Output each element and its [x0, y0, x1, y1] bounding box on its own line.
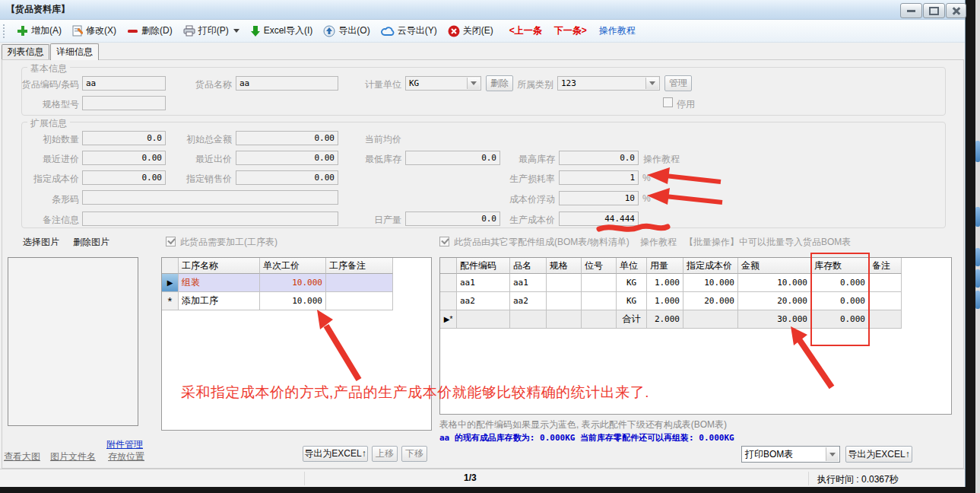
- tab-list-info[interactable]: 列表信息: [2, 44, 49, 59]
- col-stock[interactable]: 库存数: [811, 258, 869, 274]
- move-down-button[interactable]: 下移: [401, 446, 427, 462]
- col-cost[interactable]: 指定成本价: [683, 258, 738, 274]
- toolbar: 增加(A) 修改(X) 删除(D) 打印(P) Excel导入(I) 导: [0, 20, 965, 43]
- cost-float-label: 成本价浮动: [496, 193, 555, 206]
- remark-field[interactable]: [82, 212, 338, 226]
- name-field[interactable]: aa: [236, 76, 338, 91]
- min-stock-field[interactable]: 0.0: [405, 151, 500, 165]
- row-selector: [440, 274, 457, 292]
- col-unit-price[interactable]: 单次工价: [260, 258, 326, 274]
- cost-float-unit: %: [642, 193, 651, 204]
- cost-float-field[interactable]: 10: [559, 191, 639, 205]
- edit-icon: [72, 25, 83, 37]
- max-stock-label: 最高库存: [496, 153, 555, 166]
- init-amount-field[interactable]: 0.00: [236, 131, 338, 145]
- batch-hint: 【批量操作】中可以批量导入货品BOM表: [684, 236, 851, 249]
- bom-total-row[interactable]: ▶* 合计 2.000 30.000 0.000: [440, 310, 951, 329]
- process-export-excel-button[interactable]: 导出为EXCEL↑: [303, 446, 368, 462]
- max-stock-field[interactable]: 0.0: [559, 151, 639, 165]
- modify-button[interactable]: 修改(X): [67, 22, 122, 40]
- unit-dropdown[interactable]: KG: [405, 76, 481, 91]
- disable-checkbox[interactable]: [663, 97, 673, 107]
- file-name-link[interactable]: 图片文件名: [50, 450, 96, 463]
- cloud-export-button[interactable]: 云导出(Y): [376, 22, 442, 40]
- delete-button[interactable]: 删除(D): [122, 22, 178, 40]
- remark-label: 备注信息: [12, 214, 79, 227]
- init-qty-label: 初始数量: [12, 133, 79, 146]
- col-part-name[interactable]: 品名: [510, 258, 547, 274]
- code-field[interactable]: aa: [82, 76, 166, 91]
- col-position[interactable]: 位号: [582, 258, 617, 274]
- disable-label: 停用: [677, 98, 695, 111]
- print-bom-dropdown[interactable]: 打印BOM表: [741, 446, 840, 463]
- bom-export-excel-button[interactable]: 导出为EXCEL↑: [845, 446, 912, 463]
- table-row[interactable]: aa1 aa1 KG 1.000 10.000 10.000 0.000: [440, 274, 951, 292]
- daily-output-field[interactable]: 0.0: [405, 212, 500, 226]
- bom-tutorial-link[interactable]: 操作教程: [640, 236, 677, 249]
- col-unit[interactable]: 单位: [617, 258, 647, 274]
- excel-import-button[interactable]: Excel导入(I): [245, 22, 319, 40]
- close-window-button[interactable]: [946, 3, 966, 18]
- extended-info-legend: 扩展信息: [27, 117, 70, 130]
- select-picture-link[interactable]: 选择图片: [23, 236, 59, 249]
- row-selector: [440, 292, 457, 310]
- next-record-link[interactable]: 下一条>: [548, 24, 593, 37]
- prod-cost-field[interactable]: 44.444: [559, 212, 639, 226]
- col-process-name[interactable]: 工序名称: [179, 258, 260, 274]
- chevron-down-icon[interactable]: [645, 78, 658, 89]
- recent-out-label: 最近出价: [171, 153, 232, 166]
- move-up-button[interactable]: 上移: [372, 446, 398, 462]
- need-process-checkbox[interactable]: [166, 237, 176, 247]
- table-row[interactable]: ▶ 组装 10.000: [162, 274, 431, 292]
- app-window: 【货品资料库】 增加(A) 修改(X) 删除(D) 打印(P): [0, 0, 966, 487]
- view-large-link[interactable]: 查看大图: [4, 450, 40, 463]
- category-dropdown[interactable]: 123: [557, 76, 660, 91]
- col-part-code[interactable]: 配件编码: [457, 258, 510, 274]
- loss-rate-field[interactable]: 1: [559, 170, 639, 185]
- col-note[interactable]: 备注: [869, 258, 902, 274]
- barcode-field[interactable]: [82, 190, 338, 205]
- loss-rate-label: 生产损耗率: [496, 173, 555, 186]
- restore-button[interactable]: [923, 3, 945, 18]
- restore-icon: [929, 7, 939, 15]
- table-row[interactable]: * 添加工序 10.000: [162, 292, 431, 310]
- window-title: 【货品资料库】: [0, 3, 70, 16]
- location-link[interactable]: 存放位置: [108, 450, 144, 463]
- col-amount[interactable]: 金额: [738, 258, 811, 274]
- ext-tutorial-link[interactable]: 操作教程: [643, 153, 680, 166]
- recent-in-label: 最近进价: [12, 153, 79, 166]
- process-header-row: 工序名称 单次工价 工序备注: [162, 258, 431, 274]
- col-process-note[interactable]: 工序备注: [326, 258, 393, 274]
- sale-field[interactable]: 0.00: [236, 170, 338, 185]
- table-row[interactable]: aa2 aa2 KG 1.000 20.000 20.000 0.000: [440, 292, 951, 310]
- recent-in-field[interactable]: 0.00: [82, 151, 166, 165]
- spec-field[interactable]: [82, 96, 166, 110]
- manage-button[interactable]: 管理: [664, 75, 692, 91]
- chevron-down-icon[interactable]: [826, 447, 839, 461]
- delete-picture-link[interactable]: 删除图片: [73, 236, 109, 249]
- printer-icon: [183, 25, 195, 37]
- col-usage[interactable]: 用量: [647, 258, 683, 274]
- picture-box[interactable]: [8, 257, 138, 426]
- bom-blue-note: aa 的现有成品库存数为: 0.000KG 当前库存零配件还可以再组装: 0.0…: [439, 432, 734, 444]
- background-window-sliver: [975, 0, 980, 493]
- add-button[interactable]: 增加(A): [11, 22, 67, 40]
- cloud-icon: [381, 26, 395, 37]
- chevron-down-icon[interactable]: [467, 78, 480, 89]
- close-circle-icon: [448, 25, 460, 37]
- recent-out-field[interactable]: 0.00: [236, 151, 338, 165]
- unit-delete-button[interactable]: 删除: [486, 75, 513, 91]
- attachment-link[interactable]: 附件管理: [106, 438, 143, 451]
- bom-checkbox[interactable]: [439, 237, 449, 247]
- tab-detail-info[interactable]: 详细信息: [50, 43, 99, 60]
- print-button[interactable]: 打印(P): [178, 22, 245, 40]
- col-spec[interactable]: 规格: [547, 258, 582, 274]
- prev-record-link[interactable]: <上一条: [503, 24, 548, 37]
- init-qty-field[interactable]: 0.0: [82, 131, 166, 145]
- barcode-label: 条形码: [12, 193, 79, 206]
- export-button[interactable]: 导出(O): [318, 22, 375, 40]
- minimize-button[interactable]: [900, 3, 922, 18]
- tutorial-link[interactable]: 操作教程: [593, 24, 642, 37]
- cost-field[interactable]: 0.00: [82, 170, 166, 185]
- close-button[interactable]: 关闭(E): [442, 22, 499, 40]
